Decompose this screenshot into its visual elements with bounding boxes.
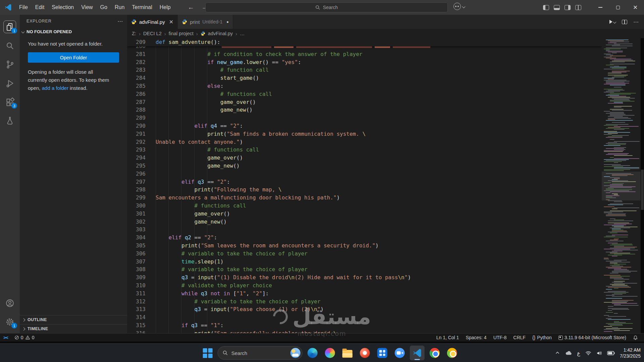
code-line[interactable]: 281 # if condition to check the answer o… <box>127 50 602 58</box>
code-line[interactable]: 302 game_new() <box>127 218 602 226</box>
activity-settings[interactable]: 1 <box>0 312 20 331</box>
close-button[interactable]: ✕ <box>627 0 644 15</box>
code-line[interactable]: 291 print("Sam finds a broken communicat… <box>127 130 602 138</box>
activity-source-control[interactable] <box>0 55 20 74</box>
code-line[interactable]: 303 <box>127 226 602 234</box>
tab-advfinal[interactable]: advFinal.py ✕ <box>127 15 178 29</box>
editor-more-actions-icon[interactable]: ⋯ <box>633 19 639 25</box>
code-line[interactable]: 313 q3 = input("Please choose (1) or (2)… <box>127 305 602 313</box>
minimize-button[interactable] <box>592 0 609 15</box>
eol-indicator[interactable]: CRLF <box>511 335 528 340</box>
activity-run-debug[interactable] <box>0 74 20 93</box>
activity-testing[interactable] <box>0 111 20 130</box>
taskbar-copilot-icon[interactable] <box>323 346 337 360</box>
code-line[interactable]: 304 elif q2 == "2": <box>127 234 602 242</box>
code-line[interactable]: 299Sam encounters a malfunctioning door … <box>127 194 602 202</box>
code-line[interactable]: 290 elif q4 == "2": <box>127 122 602 130</box>
code-line[interactable]: 288 game_new() <box>127 106 602 114</box>
indentation-indicator[interactable]: Spaces: 4 <box>463 335 489 340</box>
start-button[interactable] <box>200 346 215 360</box>
code-line[interactable]: 307 time.sleep(1) <box>127 258 602 266</box>
add-folder-link[interactable]: add a folder <box>42 85 68 91</box>
onedrive-cloud-icon[interactable] <box>565 350 572 356</box>
code-line[interactable]: 285 else: <box>127 82 602 90</box>
timeline-section[interactable]: TIMELINE <box>20 324 127 333</box>
code-line[interactable]: 314 <box>127 313 602 321</box>
taskbar-edge-icon[interactable] <box>305 346 320 360</box>
code-line[interactable]: 312 # variable to take the choice of pla… <box>127 298 602 306</box>
code-line[interactable]: 287 game_over() <box>127 98 602 106</box>
menu-selection[interactable]: Selection <box>48 3 77 12</box>
breadcrumb-item[interactable]: advFinal.py <box>208 31 233 36</box>
weather-widget-icon[interactable] <box>290 348 301 358</box>
toggle-secondary-sidebar-icon[interactable] <box>565 5 571 10</box>
hidden-icons-chevron-icon[interactable] <box>555 350 560 356</box>
taskbar-chrome-2-icon[interactable] <box>445 346 460 360</box>
code-line[interactable]: 300 # functions call <box>127 202 602 210</box>
code-line[interactable]: 298 print("Following the map, \ <box>127 186 602 194</box>
sticky-scroll-line[interactable]: 209 def sam_adventure(): <box>127 38 602 46</box>
volume-icon[interactable] <box>596 351 602 356</box>
minimap[interactable] <box>602 38 641 333</box>
cursor-position[interactable]: Ln 1, Col 1 <box>434 335 462 340</box>
code-line[interactable]: 286 # functions call <box>127 90 602 98</box>
menu-help[interactable]: Help <box>156 3 174 12</box>
menu-go[interactable]: Go <box>97 3 111 12</box>
code-line[interactable]: 292Unable to contact anyone.") <box>127 138 602 146</box>
code-line[interactable]: 289 <box>127 114 602 122</box>
taskbar-zoom-icon[interactable] <box>392 346 407 360</box>
taskbar-chrome-icon[interactable] <box>427 346 442 360</box>
code-line[interactable]: 297 elif q3 == "2": <box>127 178 602 186</box>
command-center-search[interactable]: Search <box>205 2 448 12</box>
code-line[interactable]: 283 # function call <box>127 66 602 74</box>
activity-account[interactable] <box>0 294 20 312</box>
menu-edit[interactable]: Edit <box>32 3 48 12</box>
battery-icon[interactable] <box>607 351 615 355</box>
code-line[interactable]: 282 if new_game.lower() == "yes": <box>127 58 602 66</box>
wifi-icon[interactable] <box>585 351 591 356</box>
tab-untitled[interactable]: print Untitled-1 ● <box>178 15 233 29</box>
scrollbar-thumb[interactable] <box>641 170 644 210</box>
code-line[interactable]: 310 # validate the player choice <box>127 282 602 290</box>
explorer-more-actions-icon[interactable]: ⋯ <box>117 18 123 24</box>
python-interpreter[interactable]: 3.11.9 64-bit (Microsoft Store) <box>556 335 629 340</box>
breadcrumb-item[interactable]: Z: <box>132 31 136 36</box>
code-line[interactable]: 293 # functions call <box>127 146 602 154</box>
taskbar-search-box[interactable]: Search <box>218 346 303 360</box>
code-line[interactable]: 305 print("Sam leaves the room and encou… <box>127 242 602 250</box>
taskbar-file-explorer-icon[interactable] <box>340 346 355 360</box>
code-line[interactable]: 309 q3 = input("(1) Disable the droid\n(… <box>127 274 602 282</box>
code-line[interactable]: 295 game_new() <box>127 162 602 170</box>
code-line[interactable]: 315 if q3 == "1": <box>127 321 602 329</box>
maximize-button[interactable] <box>609 0 627 15</box>
notifications-bell[interactable] <box>630 335 641 340</box>
language-mode[interactable]: {} Python <box>530 335 554 340</box>
breadcrumb-item[interactable]: final project <box>169 31 194 36</box>
taskbar-clock[interactable]: 1:42 AM 7/23/2025 <box>620 347 641 359</box>
tab-close-icon[interactable]: ✕ <box>169 19 173 25</box>
activity-extensions[interactable]: 3 <box>0 93 20 111</box>
menu-file[interactable]: File <box>15 3 32 12</box>
code-line[interactable]: 316 print("Sam successfully disables the… <box>127 329 602 333</box>
customize-layout-icon[interactable] <box>575 5 581 10</box>
encoding-indicator[interactable]: UTF-8 <box>491 335 509 340</box>
editor-scrollbar[interactable] <box>641 38 644 333</box>
activity-search[interactable] <box>0 36 20 55</box>
breadcrumb-item[interactable]: … <box>240 31 245 36</box>
code-line[interactable]: 311 while q3 not in ["1", "2"]: <box>127 290 602 298</box>
run-python-file-button[interactable] <box>609 20 616 24</box>
problems-indicator[interactable]: 0 0 <box>12 334 37 342</box>
split-editor-icon[interactable] <box>622 20 627 24</box>
menu-terminal[interactable]: Terminal <box>128 3 156 12</box>
no-folder-section-header[interactable]: NO FOLDER OPENED <box>20 27 127 36</box>
code-line[interactable]: 301 game_over() <box>127 210 602 218</box>
code-line[interactable]: 284 start_game() <box>127 74 602 82</box>
taskbar-powerpoint-icon[interactable] <box>358 346 372 360</box>
toggle-sidebar-icon[interactable] <box>543 5 549 10</box>
outline-section[interactable]: OUTLINE <box>20 315 127 324</box>
breadcrumb-item[interactable]: DECI L2 <box>143 31 162 36</box>
code-line[interactable]: 306 # variable to take the choice of pla… <box>127 250 602 258</box>
copilot-menu[interactable] <box>453 3 465 10</box>
menu-run[interactable]: Run <box>111 3 128 12</box>
toggle-panel-icon[interactable] <box>554 5 560 10</box>
